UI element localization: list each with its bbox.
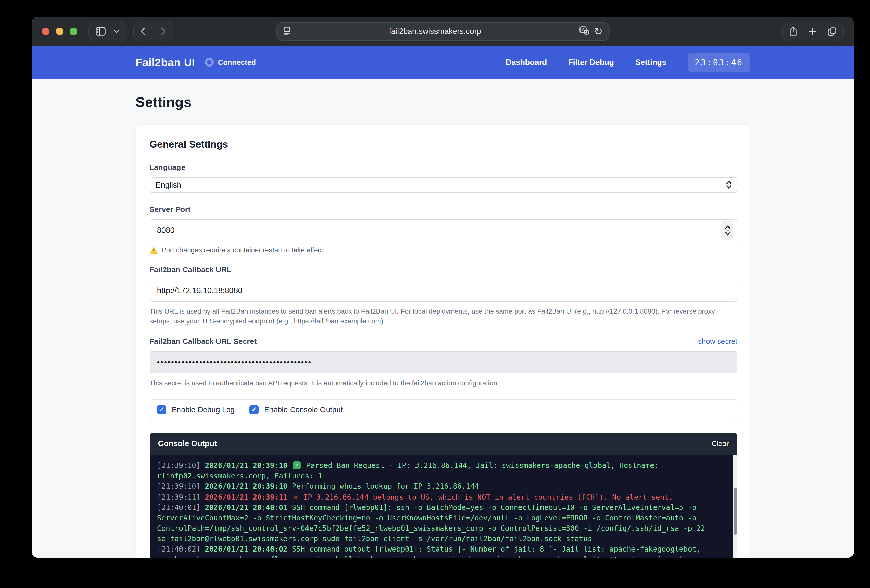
close-window-button[interactable] xyxy=(42,28,49,35)
log-message: IP 3.216.86.144 belongs to US, which is … xyxy=(304,493,673,501)
divider xyxy=(153,26,153,37)
callback-url-label: Fail2ban Callback URL xyxy=(150,265,737,274)
port-warning-text: Port changes require a container restart… xyxy=(162,246,325,254)
select-chevrons-icon xyxy=(725,179,733,191)
server-port-label: Server Port xyxy=(150,205,737,214)
checkbox-checked-icon[interactable] xyxy=(157,405,166,414)
number-stepper[interactable] xyxy=(722,221,733,240)
checkbox-checked-icon[interactable] xyxy=(249,405,259,414)
language-select[interactable]: English xyxy=(150,177,737,193)
status-ring-icon xyxy=(205,58,214,67)
callback-secret-value: ••••••••••••••••••••••••••••••••••••••••… xyxy=(157,358,312,367)
log-line: [21:40:01] 2026/01/21 20:40:01 SSH comma… xyxy=(157,502,724,544)
success-icon xyxy=(293,461,301,469)
port-warning: ! Port changes require a container resta… xyxy=(150,246,737,254)
traffic-lights xyxy=(42,28,77,35)
status-label: Connected xyxy=(218,58,256,67)
console-title: Console Output xyxy=(158,439,217,448)
error-icon: ✕ xyxy=(293,491,298,502)
screen: fail2ban.swissmakers.corp A ↻ xyxy=(0,0,870,588)
browser-window: fail2ban.swissmakers.corp A ↻ xyxy=(32,17,854,558)
language-value: English xyxy=(156,181,182,190)
zoom-window-button[interactable] xyxy=(70,28,77,35)
log-line: [21:39:11] 2026/01/21 20:39:11 ✕ IP 3.21… xyxy=(157,491,724,502)
show-secret-link[interactable]: show secret xyxy=(698,337,737,346)
new-tab-icon[interactable] xyxy=(808,27,817,36)
log-datetime: 2026/01/21 20:40:02 xyxy=(205,545,288,553)
warning-icon: ! xyxy=(150,246,158,254)
enable-console-output-label: Enable Console Output xyxy=(264,405,343,414)
history-nav-group xyxy=(133,22,173,41)
nav-link-dashboard[interactable]: Dashboard xyxy=(506,58,547,67)
sidebar-icon[interactable] xyxy=(95,27,106,36)
share-icon[interactable] xyxy=(789,26,798,37)
console-scrollbar-thumb[interactable] xyxy=(734,488,737,535)
debug-options-row: Enable Debug Log Enable Console Output xyxy=(150,399,737,420)
section-title: General Settings xyxy=(150,139,737,150)
log-datetime: 2026/01/21 20:39:10 xyxy=(205,461,288,470)
clock-badge: 23:03:46 xyxy=(688,53,750,72)
connection-status: Connected xyxy=(205,58,256,67)
enable-debug-log-checkbox[interactable]: Enable Debug Log xyxy=(157,405,235,414)
page-title: Settings xyxy=(136,94,750,110)
nav-link-settings[interactable]: Settings xyxy=(635,58,666,67)
callback-url-help: This URL is used by all Fail2Ban instanc… xyxy=(150,307,737,326)
minimize-window-button[interactable] xyxy=(56,28,63,35)
app-brand: Fail2ban UI xyxy=(136,56,195,68)
server-port-input[interactable]: 8080 xyxy=(150,219,737,241)
console-panel: Console Output Clear [21:39:10] 2026/01/… xyxy=(150,432,737,558)
chevron-down-icon[interactable] xyxy=(113,29,120,34)
log-datetime: 2026/01/21 20:39:11 xyxy=(205,493,288,501)
forward-button[interactable] xyxy=(160,27,167,36)
log-datetime: 2026/01/21 20:40:01 xyxy=(205,503,288,512)
clear-console-button[interactable]: Clear xyxy=(712,440,729,448)
general-settings-card: General Settings Language English Server… xyxy=(136,124,750,558)
log-line: [21:39:10] 2026/01/21 20:39:10 Parsed Ba… xyxy=(157,460,724,481)
nav-link-filter-debug[interactable]: Filter Debug xyxy=(568,58,614,67)
console-output[interactable]: [21:39:10] 2026/01/21 20:39:10 Parsed Ba… xyxy=(150,455,737,558)
sidebar-button-group xyxy=(88,22,127,41)
translate-icon[interactable]: A xyxy=(579,26,589,37)
app-navbar: Fail2ban UI Connected Dashboard Filter D… xyxy=(32,46,854,79)
url-text[interactable]: fail2ban.swissmakers.corp xyxy=(291,27,579,36)
log-timestamp: [21:40:02] xyxy=(157,545,201,553)
log-message: Performing whois lookup for IP 3.216.86.… xyxy=(292,482,479,490)
log-timestamp: [21:39:10] xyxy=(157,461,201,470)
reload-icon[interactable]: ↻ xyxy=(594,26,603,36)
callback-url-value: http://172.16.10.18:8080 xyxy=(157,286,242,295)
window-actions-group xyxy=(782,22,844,41)
callback-secret-input[interactable]: ••••••••••••••••••••••••••••••••••••••••… xyxy=(150,351,737,373)
tab-overview-icon[interactable] xyxy=(827,26,837,36)
log-line: [21:39:10] 2026/01/21 20:39:10 Performin… xyxy=(157,481,724,491)
page-settings-icon[interactable] xyxy=(283,25,291,37)
console-header: Console Output Clear xyxy=(150,432,737,455)
callback-secret-help: This secret is used to authenticate ban … xyxy=(150,378,737,388)
log-line: [21:40:02] 2026/01/21 20:40:02 SSH comma… xyxy=(157,544,724,558)
log-datetime: 2026/01/21 20:39:10 xyxy=(205,482,288,490)
log-timestamp: [21:39:10] xyxy=(157,482,201,490)
language-label: Language xyxy=(150,163,737,172)
server-port-value: 8080 xyxy=(157,226,175,235)
callback-secret-label: Fail2ban Callback URL Secret xyxy=(150,337,257,346)
callback-url-input[interactable]: http://172.16.10.18:8080 xyxy=(150,279,737,301)
browser-toolbar: fail2ban.swissmakers.corp A ↻ xyxy=(32,17,854,46)
log-timestamp: [21:40:01] xyxy=(157,503,201,512)
enable-debug-log-label: Enable Debug Log xyxy=(172,405,235,414)
console-scrollbar[interactable] xyxy=(733,455,737,558)
enable-console-output-checkbox[interactable]: Enable Console Output xyxy=(249,405,343,414)
url-bar[interactable]: fail2ban.swissmakers.corp A ↻ xyxy=(276,22,610,41)
page-content: Settings General Settings Language Engli… xyxy=(32,79,854,558)
log-timestamp: [21:39:11] xyxy=(157,493,201,501)
back-button[interactable] xyxy=(140,27,146,36)
